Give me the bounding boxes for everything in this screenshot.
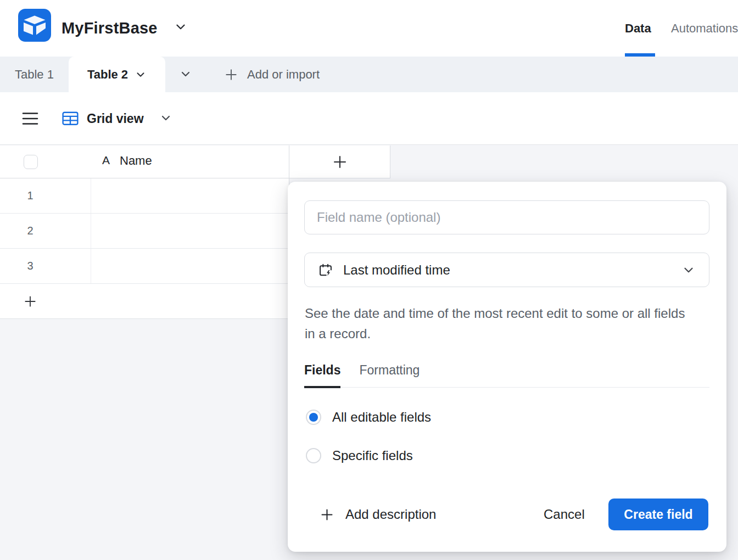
create-field-button[interactable]: Create field (608, 499, 708, 530)
radio-selected-icon[interactable] (306, 410, 321, 425)
field-type-select[interactable]: Last modified time (304, 253, 709, 287)
table-row[interactable]: 2 (0, 214, 289, 249)
row-number: 3 (0, 260, 60, 272)
view-toolbar: Grid view (0, 92, 738, 145)
add-field-button[interactable] (289, 145, 390, 178)
modal-tabs: Fields Formatting (304, 363, 709, 388)
add-description-label: Add description (345, 507, 436, 522)
field-type-value: Last modified time (343, 262, 672, 278)
tab-fields[interactable]: Fields (304, 363, 340, 388)
tab-table-2[interactable]: Table 2 (69, 57, 165, 92)
table-list-chevron-down-icon[interactable] (179, 68, 192, 81)
calendar-bolt-icon (318, 262, 333, 278)
add-or-import-label: Add or import (247, 68, 320, 82)
row-number: 2 (0, 225, 60, 237)
plus-icon (224, 68, 238, 82)
option-label: All editable fields (332, 410, 431, 425)
app-header: MyFirstBase Data Automations (0, 0, 738, 57)
cancel-button[interactable]: Cancel (544, 507, 585, 522)
option-specific-fields[interactable]: Specific fields (306, 443, 413, 468)
view-menu-icon[interactable] (22, 111, 38, 126)
add-description-button[interactable]: Add description (320, 507, 436, 522)
row-number-cell: 2 (0, 214, 91, 248)
table-row[interactable]: 1 (0, 178, 289, 214)
add-or-import-button[interactable]: Add or import (224, 57, 320, 92)
table-row[interactable]: 3 (0, 249, 289, 284)
nav-tab-automations[interactable]: Automations (671, 0, 738, 57)
tab-table-2-label: Table 2 (87, 68, 128, 82)
select-chevron-down-icon (681, 263, 696, 277)
row-number-cell: 1 (0, 178, 91, 213)
tab-chevron-down-icon[interactable] (135, 69, 147, 81)
row-number: 1 (0, 189, 60, 202)
field-name-input[interactable] (304, 200, 709, 234)
app-logo[interactable] (18, 9, 51, 42)
plus-icon (332, 154, 348, 170)
option-label: Specific fields (332, 448, 413, 463)
table-tab-strip: Table 1 Table 2 Add or import (0, 57, 738, 92)
select-all-checkbox[interactable] (24, 155, 38, 169)
nav-tab-data[interactable]: Data (625, 0, 651, 57)
plus-icon (23, 294, 37, 309)
create-field-modal: Last modified time See the date and time… (288, 182, 726, 552)
radio-unselected-icon[interactable] (306, 448, 321, 463)
view-name[interactable]: Grid view (87, 92, 144, 145)
airtable-mark-icon (18, 9, 51, 42)
airtable-app: MyFirstBase Data Automations Table 1 Tab… (0, 0, 738, 560)
tab-formatting[interactable]: Formatting (359, 363, 420, 388)
plus-icon (320, 507, 334, 522)
row-number-cell: 3 (0, 249, 91, 283)
add-row-button[interactable] (0, 284, 289, 319)
view-chevron-down-icon[interactable] (159, 111, 172, 125)
name-column-header[interactable]: A Name (0, 145, 289, 178)
option-all-editable-fields[interactable]: All editable fields (306, 405, 431, 430)
base-chevron-down-icon[interactable] (174, 20, 188, 34)
base-name[interactable]: MyFirstBase (62, 0, 158, 57)
column-header-label: Name (120, 154, 152, 168)
grid-view-icon (62, 110, 79, 127)
tab-table-1[interactable]: Table 1 (0, 57, 69, 92)
field-type-description: See the date and time of the most recent… (305, 303, 689, 344)
single-line-text-icon: A (102, 154, 110, 167)
